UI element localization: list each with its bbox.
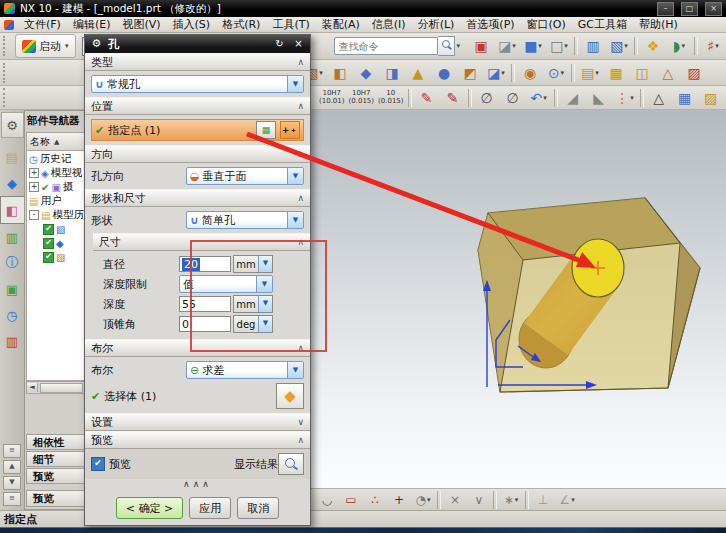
eraser-2-icon[interactable]: ◣ [586,86,612,110]
table-tool-icon[interactable]: ▦ [672,86,698,110]
dialog-titlebar[interactable]: ⚙ 孔 ↻ × [85,35,310,53]
block-icon[interactable]: ◆ [353,61,379,85]
apply-button[interactable]: 应用 [189,497,231,519]
dim-input-2[interactable]: 55 [179,296,231,312]
dim-unit-3[interactable]: deg▼ [233,315,273,333]
tree-row-3[interactable]: ▤用户 [27,194,85,208]
mirror-feature-icon[interactable]: ◫ [629,61,655,85]
menu-item-0[interactable]: 文件(F) [18,16,67,33]
endpoint-snap-icon[interactable]: × [443,490,467,510]
nav-tab-2[interactable]: 预览 [26,468,86,484]
rectangle-snap-icon[interactable]: ▭ [339,490,363,510]
window-maximize-button[interactable]: □ [681,2,698,16]
menu-item-2[interactable]: 视图(V) [116,16,166,33]
triangle-tool-icon[interactable]: △ [646,86,672,110]
tree-row-4[interactable]: -▤模型历 [27,208,85,222]
menu-item-8[interactable]: 分析(L) [412,16,461,33]
search-icon[interactable] [438,36,455,56]
dim-input-0[interactable]: 20 [179,256,231,272]
tangent-snap-icon[interactable]: ∠▾ [555,490,579,510]
assembly-navigator-icon[interactable]: ▤ [1,144,23,170]
section-preview-header[interactable]: 预览 ∧ [85,431,310,449]
boss-icon[interactable]: ⊙▾ [543,61,569,85]
menu-item-7[interactable]: 信息(I) [366,16,412,33]
tree-row-5[interactable]: ✔▧ [27,222,85,236]
immersive-view-icon[interactable]: ◗▾ [666,34,692,58]
menu-item-4[interactable]: 格式(R) [216,16,266,33]
reuse-library-icon[interactable]: ▥ [1,224,23,250]
show-only-icon[interactable]: ▥ [580,34,606,58]
constraint-navigator-icon[interactable]: ◆ [1,170,23,196]
history-palette-icon[interactable]: ◷ [1,302,23,328]
subtract-icon[interactable]: ◪▾ [483,61,509,85]
ok-button[interactable]: < 确定 > [116,497,183,519]
shaded-view-icon[interactable]: ◪▾ [494,34,520,58]
dialog-close-icon[interactable]: × [291,37,306,51]
plus-snap-icon[interactable]: + [387,490,411,510]
scrollbar-thumb[interactable] [40,383,83,393]
menu-item-11[interactable]: GC工具箱 [572,16,633,33]
midpoint-snap-icon[interactable]: ∨ [467,490,491,510]
strip-scroll-up-icon[interactable]: ▲ [3,460,21,474]
scroll-left-icon[interactable]: ◄ [27,383,38,392]
dialog-collapse-handle[interactable]: ∧∧∧ [85,479,310,491]
menu-item-12[interactable]: 帮助(H) [633,16,684,33]
horizontal-scrollbar[interactable]: ◄ [26,381,86,394]
tree-row-2[interactable]: +✔▣摄 [27,180,85,194]
tree-row-1[interactable]: +◈模型视 [27,166,85,180]
perpendicular-snap-icon[interactable]: ⊥ [531,490,555,510]
strip-scroll-down-icon[interactable]: ▼ [3,476,21,490]
no-diameter-icon[interactable]: ∅ [474,86,500,110]
menu-item-5[interactable]: 工具(T) [266,16,315,33]
dropdown-arrow-icon[interactable]: ▼ [258,296,272,312]
cone-icon[interactable]: ▲ [405,61,431,85]
section-shape-header[interactable]: 形状和尺寸 ∧ [85,189,310,207]
dropdown-arrow-icon[interactable]: ▼ [287,168,303,184]
dialog-reset-icon[interactable]: ↻ [272,37,287,51]
nav-tab-1[interactable]: 细节 [26,451,86,467]
sphere-icon[interactable]: ● [431,61,457,85]
tree-row-6[interactable]: ✔◆ [27,236,85,250]
sketch-dimension-icon[interactable]: ✎ [440,86,466,110]
hole-feature-icon[interactable]: ◉ [517,61,543,85]
boolean-dropdown[interactable]: ⊖ 求差 ▼ [186,361,304,379]
key-icon[interactable]: ❖ [640,34,666,58]
eraser-icon[interactable]: ◢ [560,86,586,110]
expand-plus-icon[interactable]: + [29,182,39,192]
trim-body-icon[interactable]: △ [655,61,681,85]
window-close-button[interactable]: × [705,2,722,16]
hole-direction-dropdown[interactable]: ◒ 垂直于面 ▼ [186,167,304,185]
revolve-icon[interactable]: ◧ [327,61,353,85]
name-column-header[interactable]: 名称 ▲ [26,132,86,151]
section-type-header[interactable]: 类型 ∧ [85,53,310,71]
dropdown-arrow-icon[interactable]: ▼ [256,276,272,292]
info-window-icon[interactable]: ⓘ [1,250,23,276]
feature-checkbox[interactable]: ✔ [43,224,54,235]
delete-face-icon[interactable]: ▨ [681,61,707,85]
web-browser-icon[interactable]: ▣ [1,276,23,302]
unite-icon[interactable]: ◩ [457,61,483,85]
show-result-button[interactable] [278,453,304,475]
dropdown-arrow-icon[interactable]: ▼ [287,362,303,378]
color-palette-icon[interactable]: ▥ [1,328,23,354]
toolbar-grip[interactable] [3,88,5,106]
arc-center-snap-icon[interactable]: ◡ [315,490,339,510]
dropdown-arrow-icon[interactable]: ▼ [258,316,272,332]
toolbar-grip[interactable] [3,63,10,83]
pattern-feature-icon[interactable]: ▦ [603,61,629,85]
feature-checkbox[interactable]: ✔ [43,238,54,249]
hole-type-dropdown[interactable]: ∪ 常规孔 ▼ [91,75,304,93]
strip-expand-top-icon[interactable]: ≡ [3,444,21,458]
window-minimize-button[interactable]: – [657,2,674,16]
specify-point-row[interactable]: ✔ 指定点 (1) ▦ +﹢ [91,119,304,141]
toolbar-grip[interactable] [3,36,10,57]
section-settings-header[interactable]: 设置 ∨ [85,413,310,431]
edit-feature-icon[interactable]: ▤▾ [577,61,603,85]
fit-view-icon[interactable]: ▣ [468,34,494,58]
start-menu-button[interactable]: 启动 ▾ [15,34,76,58]
menu-item-9[interactable]: 首选项(P) [460,16,520,33]
strip-expand-bottom-icon[interactable]: ≡ [3,492,21,506]
dropdown-arrow-icon[interactable]: ▼ [287,76,303,92]
sketch-section-button[interactable]: ▦ [256,121,276,139]
show-hide-icon[interactable]: ▧▾ [606,34,632,58]
